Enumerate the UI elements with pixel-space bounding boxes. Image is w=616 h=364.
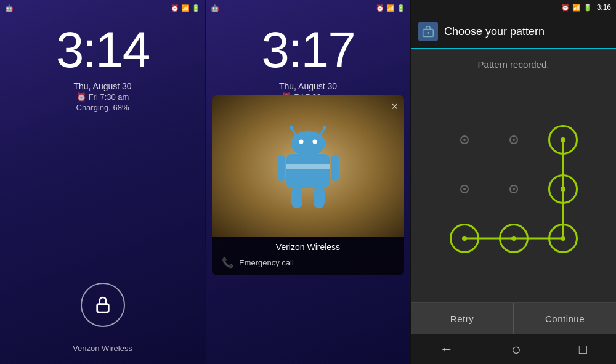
- recents-button[interactable]: □: [579, 341, 587, 357]
- notification-action[interactable]: 📞 Emergency call: [212, 254, 404, 275]
- dot-3-2: [489, 214, 538, 263]
- svg-rect-0: [97, 304, 108, 312]
- dot-outer-3-1: [450, 224, 479, 253]
- svg-point-6: [299, 139, 304, 144]
- dot-outer-1-1: [460, 135, 469, 144]
- dot-1-3: [538, 115, 588, 164]
- pattern-grid: [440, 115, 588, 263]
- alarm-status-icon-p2: ⏰: [376, 4, 384, 12]
- dot-1-2: [489, 115, 538, 164]
- dot-inner-2-3: [561, 187, 565, 192]
- status-left-p2: 🤖: [211, 4, 219, 12]
- pattern-action-buttons: Retry Continue: [411, 302, 616, 334]
- dot-outer-1-3: [548, 125, 578, 155]
- signal-icon-p1: 📶: [181, 4, 190, 12]
- dot-3-1: [440, 214, 489, 263]
- pattern-recorded-text: Pattern recorded.: [411, 49, 616, 75]
- dot-inner-2-1: [463, 188, 466, 190]
- svg-rect-13: [314, 187, 325, 208]
- charging-row-p1: Charging, 68%: [76, 103, 129, 112]
- status-bar-p2: 🤖 ⏰ 📶 🔋: [206, 0, 410, 15]
- pattern-screen-panel: ⏰ 📶 🔋 3:16 Choose your pattern Pattern r…: [411, 0, 616, 364]
- lock-icon: [93, 295, 113, 315]
- carrier-text-p1: Verizon Wireless: [73, 344, 132, 353]
- signal-icon-p2: 📶: [386, 4, 395, 12]
- time-display-p2: 3:17: [261, 25, 355, 75]
- notification-card: × Verizon Wireless 📞 Emergency call: [212, 95, 404, 275]
- notification-image: ×: [212, 95, 404, 237]
- pattern-header-icon: [418, 22, 438, 41]
- dot-1-1: [440, 115, 489, 164]
- date-text-p1: Thu, August 30: [73, 81, 131, 91]
- lock-screen-panel: 🤖 ⏰ 📶 🔋 3:14 Thu, August 30 ⏰ Fri 7:30 a…: [0, 0, 205, 364]
- dot-2-3: [538, 164, 588, 214]
- dot-outer-2-1: [460, 185, 469, 193]
- notification-title: Verizon Wireless: [212, 237, 404, 254]
- phone-icon: 📞: [222, 257, 234, 269]
- dot-inner-3-1: [462, 236, 467, 241]
- date-row-p2: Thu, August 30: [279, 81, 337, 91]
- alarm-status-icon-p3: ⏰: [561, 4, 570, 12]
- dot-inner-1-2: [513, 139, 515, 141]
- svg-point-7: [313, 139, 317, 144]
- dot-inner-1-3: [561, 137, 565, 142]
- svg-point-5: [291, 131, 325, 156]
- status-left-p1: 🤖: [5, 4, 14, 12]
- dot-outer-1-2: [509, 135, 518, 144]
- battery-icon-p1: 🔋: [192, 4, 200, 12]
- pattern-header-title: Choose your pattern: [444, 25, 545, 38]
- dot-outer-3-2: [499, 224, 529, 253]
- svg-rect-12: [291, 187, 302, 208]
- android-robot-image: [274, 122, 342, 211]
- dot-inner-2-2: [513, 188, 515, 190]
- svg-rect-8: [286, 154, 330, 188]
- dot-3-3: [538, 214, 588, 263]
- svg-rect-11: [331, 155, 339, 181]
- svg-rect-9: [286, 164, 330, 169]
- svg-point-15: [427, 32, 429, 34]
- date-text-p2: Thu, August 30: [279, 81, 337, 91]
- pattern-header: Choose your pattern: [411, 15, 616, 49]
- dot-inner-3-2: [511, 236, 516, 241]
- pattern-area: [411, 75, 616, 302]
- android-icon-p2: 🤖: [211, 4, 219, 12]
- charging-text-p1: Charging, 68%: [76, 103, 129, 112]
- dot-2-1: [440, 164, 489, 214]
- dot-inner-1-1: [463, 139, 466, 141]
- security-icon: [422, 25, 434, 38]
- signal-icon-p3: 📶: [572, 4, 581, 12]
- svg-point-4: [323, 126, 326, 129]
- home-button[interactable]: ○: [511, 340, 521, 359]
- battery-icon-p3: 🔋: [583, 4, 592, 12]
- notification-screen-panel: 🤖 ⏰ 📶 🔋 3:17 Thu, August 30 ⏰ Fri 7:30 a…: [205, 0, 411, 364]
- notification-action-text: Emergency call: [239, 258, 294, 267]
- alarm-time-p1: Fri 7:30 am: [89, 92, 129, 102]
- svg-rect-10: [277, 155, 285, 181]
- android-icon-p1: 🤖: [5, 4, 14, 12]
- status-time-p3: 3:16: [597, 3, 611, 12]
- date-row-p1: Thu, August 30: [73, 81, 131, 91]
- lock-button[interactable]: [81, 283, 125, 327]
- status-bar-p3: ⏰ 📶 🔋 3:16: [411, 0, 616, 15]
- notification-close-button[interactable]: ×: [391, 100, 398, 113]
- navigation-bar: ← ○ □: [411, 334, 616, 364]
- battery-icon-p2: 🔋: [397, 4, 405, 12]
- status-right-p1: ⏰ 📶 🔋: [171, 4, 200, 12]
- dot-outer-2-3: [548, 174, 578, 204]
- dot-outer-2-2: [509, 185, 518, 193]
- alarm-icon-p1: ⏰: [76, 92, 86, 102]
- status-bar-p1: 🤖 ⏰ 📶 🔋: [0, 0, 205, 15]
- continue-button[interactable]: Continue: [514, 303, 616, 334]
- svg-point-3: [290, 126, 293, 129]
- back-button[interactable]: ←: [440, 341, 453, 357]
- dot-inner-3-3: [561, 236, 565, 241]
- time-display-p1: 3:14: [56, 25, 150, 75]
- dot-outer-3-3: [548, 224, 578, 253]
- alarm-status-icon-p1: ⏰: [171, 4, 179, 12]
- status-right-p2: ⏰ 📶 🔋: [376, 4, 405, 12]
- dot-2-2: [489, 164, 538, 214]
- retry-button[interactable]: Retry: [411, 303, 514, 334]
- alarm-row-p1: ⏰ Fri 7:30 am: [76, 92, 129, 102]
